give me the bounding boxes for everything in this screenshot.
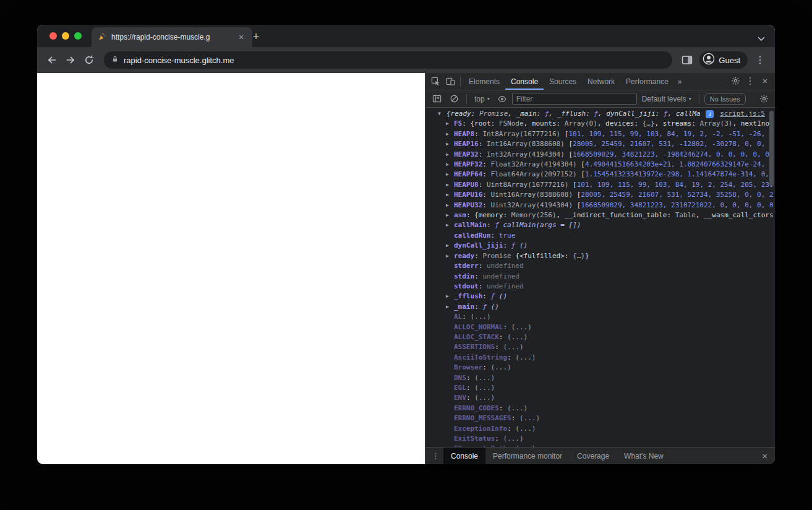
console-line-text: ExitStatus: (...) [454,434,774,444]
disclosure-triangle-icon[interactable]: ▶ [446,170,453,179]
eager-eval-info-icon[interactable]: i [706,110,714,118]
drawer-menu-button[interactable]: ⋮ [428,447,443,464]
device-toolbar-button[interactable] [443,74,458,89]
console-line: ExitStatus: (...) [425,434,775,444]
profile-chip[interactable]: Guest [699,51,748,69]
console-line-text: DNS: (...) [454,373,774,383]
getter-invoke[interactable]: (...) [474,384,495,392]
console-source-link[interactable]: script.js:5 [714,109,765,119]
getter-invoke[interactable]: (...) [474,374,495,382]
back-button[interactable] [43,51,61,69]
browser-tab[interactable]: https://rapid-concise-muscle.g × [92,27,252,47]
console-line: AsciiToString: (...) [425,353,775,363]
console-line-text: calledRun: true [454,231,774,241]
getter-invoke[interactable]: (...) [507,404,528,412]
inspect-element-button[interactable] [428,74,443,89]
getter-invoke[interactable]: (...) [515,353,536,361]
console-line-text: ASSERTIONS: (...) [454,342,774,352]
disclosure-triangle-icon[interactable]: ▶ [446,292,453,301]
javascript-context-selector[interactable]: top ▾ [472,95,492,103]
devtools-menu-button[interactable]: ⋮ [743,73,758,88]
console-line-text: FS_createPath: (...) [454,444,774,447]
disclosure-triangle-icon[interactable]: ▶ [446,302,453,312]
devtools-tab-console[interactable]: Console [505,73,544,90]
drawer-bar: ⋮ ConsolePerformance monitorCoverageWhat… [425,447,775,464]
browser-window: https://rapid-concise-muscle.g × + rapid… [37,25,775,464]
disclosure-triangle-icon[interactable]: ▶ [446,129,453,139]
console-line: calledRun: true [425,231,775,241]
console-line: ▶HEAPF64: Float64Array(2097152) [1.15454… [425,170,775,179]
console-line-text: ERRNO_CODES: (...) [454,404,774,413]
console-line: ASSERTIONS: (...) [425,342,775,352]
reload-button[interactable] [80,51,98,69]
window-minimize-button[interactable] [62,32,69,40]
getter-invoke[interactable]: (...) [515,425,536,433]
no-issues-badge[interactable]: No Issues [704,93,746,105]
new-tab-button[interactable]: + [249,29,263,44]
disclosure-triangle-icon[interactable]: ▶ [446,180,453,190]
tab-close-button[interactable]: × [236,32,246,42]
drawer-tab-what-s-new[interactable]: What's New [617,447,671,464]
live-expression-button[interactable] [495,92,510,106]
getter-invoke[interactable]: (...) [515,444,536,447]
console-scrollbar[interactable] [769,111,774,186]
disclosure-triangle-icon[interactable]: ▶ [446,220,453,230]
getter-invoke[interactable]: (...) [474,394,495,402]
page-content [37,73,425,464]
disclosure-triangle-icon[interactable]: ▶ [446,160,453,170]
getter-invoke[interactable]: (...) [511,323,532,331]
console-filter-input[interactable] [512,93,637,105]
console-line-text: HEAP16: Int16Array(8388608) [28005, 2545… [454,139,774,149]
console-line-text: ERRNO_MESSAGES: (...) [454,413,774,423]
forward-button[interactable] [62,51,79,69]
log-levels-selector[interactable]: Default levels ▾ [639,95,694,103]
devtools-tab-elements[interactable]: Elements [463,73,505,90]
disclosure-triangle-icon[interactable]: ▶ [446,139,453,149]
window-close-button[interactable] [49,32,57,40]
console-messages: ▼{ready: Promise, _main: ƒ, _fflush: ƒ, … [425,108,775,447]
toolbar-divider [699,94,699,104]
side-panel-button[interactable] [678,51,696,69]
drawer-tab-coverage[interactable]: Coverage [570,447,617,464]
getter-invoke[interactable]: (...) [519,414,540,422]
clear-console-button[interactable] [447,92,461,106]
address-bar[interactable]: rapid-concise-muscle.glitch.me [104,51,672,69]
disclosure-triangle-icon[interactable]: ▶ [446,251,453,261]
disclosure-triangle-icon[interactable]: ▶ [446,190,453,200]
getter-invoke[interactable]: (...) [503,434,523,443]
devtools-settings-button[interactable] [728,73,743,88]
disclosure-triangle-icon[interactable]: ▶ [446,119,453,129]
console-line: ▶callMain: ƒ callMain(args = []) [425,220,775,230]
devtools-tab-network[interactable]: Network [582,73,620,90]
more-tabs-button[interactable]: » [674,73,686,90]
disclosure-triangle-icon[interactable]: ▶ [446,150,453,160]
devtools-close-button[interactable]: × [758,73,772,88]
console-line-text: HEAP32: Int32Array(4194304) [1668509029,… [454,150,774,160]
drawer-close-button[interactable]: × [757,447,772,464]
devtools-tab-sources[interactable]: Sources [544,73,582,90]
console-line-text: _main: ƒ () [454,302,774,312]
devtools-tab-performance[interactable]: Performance [620,73,674,90]
console-line: ALLOC_STACK: (...) [425,332,775,342]
getter-invoke[interactable]: (...) [503,343,523,351]
disclosure-triangle-icon[interactable]: ▶ [446,241,453,251]
console-line-text: _fflush: ƒ () [454,292,774,301]
window-zoom-button[interactable] [74,32,82,40]
console-line: ▶FS: {root: FSNode, mounts: Array(0), de… [425,119,775,129]
toolbar-divider [466,94,467,104]
disclosure-triangle-icon[interactable]: ▶ [446,201,453,210]
getter-invoke[interactable]: (...) [471,313,491,321]
console-line: Browser: (...) [425,363,775,373]
drawer-tab-console[interactable]: Console [443,447,485,464]
tab-strip-chevron-icon[interactable] [758,33,765,44]
drawer-tab-performance-monitor[interactable]: Performance monitor [485,447,570,464]
console-settings-button[interactable] [756,92,771,106]
browser-menu-button[interactable]: ⋮ [751,55,769,65]
getter-invoke[interactable]: (...) [507,333,528,341]
console-line-text: HEAP8: Int8Array(16777216) [101, 109, 11… [454,129,774,139]
getter-invoke[interactable]: (...) [491,363,511,371]
window-content: ElementsConsoleSourcesNetworkPerformance… [37,73,775,464]
disclosure-triangle-icon[interactable]: ▶ [446,210,453,220]
console-sidebar-button[interactable] [429,92,444,106]
disclosure-triangle-icon[interactable]: ▼ [438,109,445,119]
